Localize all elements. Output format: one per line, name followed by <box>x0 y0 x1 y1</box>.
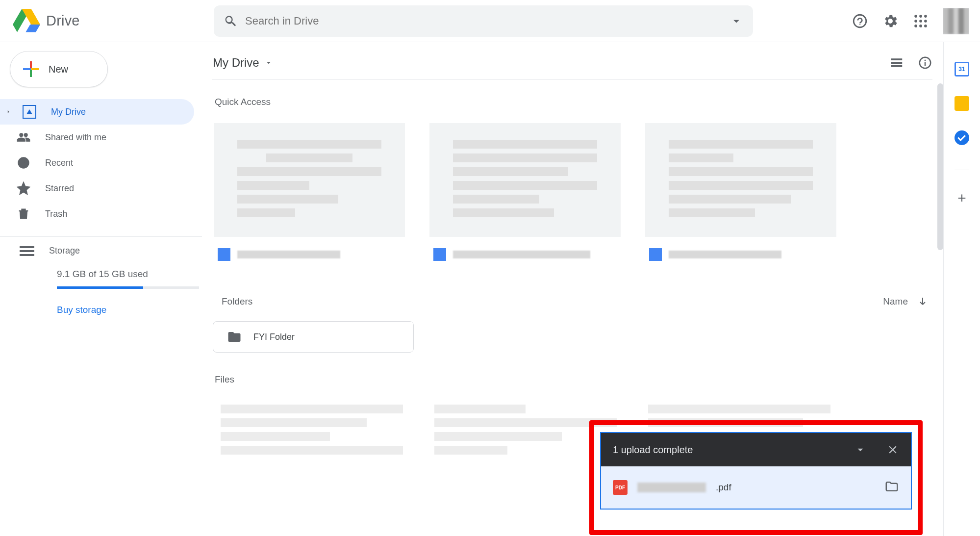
sort-control[interactable]: Name <box>883 296 929 307</box>
tasks-app-icon[interactable] <box>955 130 969 145</box>
nav-item-my-drive[interactable]: My Drive <box>0 99 194 125</box>
calendar-app-icon[interactable] <box>955 62 969 77</box>
toolbar: My Drive <box>208 42 932 77</box>
docs-icon <box>433 248 446 261</box>
divider <box>212 79 932 80</box>
sidebar: New My Drive Shared with me Recent Starr… <box>0 42 202 536</box>
quick-access-card[interactable] <box>641 119 840 271</box>
plus-icon <box>21 59 41 79</box>
side-panel: + <box>944 42 980 536</box>
svg-point-9 <box>914 25 917 27</box>
pdf-icon: PDF <box>613 480 628 495</box>
people-icon <box>17 130 30 144</box>
file-card[interactable] <box>214 398 410 461</box>
list-view-icon[interactable] <box>889 55 904 70</box>
quick-access-row <box>210 119 932 271</box>
svg-point-5 <box>924 15 927 18</box>
search-options-icon[interactable] <box>729 14 743 28</box>
docs-icon <box>649 248 662 261</box>
nav-label: Starred <box>45 183 74 194</box>
upload-toast-title: 1 upload complete <box>613 444 693 456</box>
nav-list: My Drive Shared with me Recent Starred T… <box>0 99 202 227</box>
help-icon[interactable] <box>852 13 868 29</box>
account-avatar[interactable] <box>943 8 969 34</box>
new-button[interactable]: New <box>10 51 108 87</box>
storage-quota-bar <box>57 286 199 289</box>
nav-item-trash[interactable]: Trash <box>0 201 194 227</box>
chevron-down-icon[interactable] <box>854 443 867 456</box>
nav-item-recent[interactable]: Recent <box>0 150 194 176</box>
file-extension: .pdf <box>716 482 731 493</box>
nav-label: Shared with me <box>45 132 106 143</box>
rail-divider <box>955 170 969 170</box>
annotation-highlight: 1 upload complete PDF .pdf <box>589 420 923 535</box>
add-addon-button[interactable]: + <box>957 190 966 206</box>
close-icon[interactable] <box>886 443 899 456</box>
svg-point-3 <box>914 15 917 18</box>
redacted-filename <box>637 483 706 492</box>
search-bar[interactable] <box>214 5 753 37</box>
folders-header-row: Folders Name <box>222 296 929 307</box>
chevron-down-icon <box>264 58 273 67</box>
card-thumbnail <box>429 123 621 237</box>
header-actions <box>852 8 969 34</box>
star-icon <box>17 181 30 195</box>
logo[interactable]: Drive <box>13 7 214 35</box>
nav-item-storage[interactable]: Storage <box>0 246 202 256</box>
apps-grid-icon[interactable] <box>912 13 929 29</box>
svg-point-14 <box>925 60 926 61</box>
folder-name: FYI Folder <box>253 332 295 342</box>
buy-storage-link[interactable]: Buy storage <box>0 305 202 315</box>
breadcrumb-current[interactable]: My Drive <box>208 56 273 70</box>
breadcrumb-label: My Drive <box>213 56 259 70</box>
quick-access-card[interactable] <box>426 119 625 271</box>
docs-icon <box>218 248 230 261</box>
scrollbar[interactable] <box>937 83 943 250</box>
redacted-title <box>453 251 590 258</box>
app-name: Drive <box>46 13 80 29</box>
svg-point-7 <box>919 20 922 23</box>
folder-icon <box>227 330 242 344</box>
drive-logo-icon <box>13 7 40 35</box>
nav-label: Trash <box>45 209 67 219</box>
upload-toast-header: 1 upload complete <box>601 433 911 466</box>
expand-caret-icon[interactable] <box>5 108 12 115</box>
section-heading-folders: Folders <box>222 296 252 307</box>
clock-icon <box>17 156 30 170</box>
redacted-title <box>669 251 781 258</box>
upload-toast: 1 upload complete PDF .pdf <box>600 432 912 510</box>
main-content: My Drive Quick Access <box>202 42 944 536</box>
storage-label: Storage <box>49 246 80 256</box>
quick-access-card[interactable] <box>210 119 409 271</box>
new-button-label: New <box>49 64 68 75</box>
keep-app-icon[interactable] <box>955 96 969 111</box>
drive-icon <box>23 105 36 119</box>
sort-label: Name <box>883 296 908 307</box>
nav-label: Recent <box>45 158 73 168</box>
svg-point-8 <box>924 20 927 23</box>
section-heading-files: Files <box>215 374 932 385</box>
sidebar-divider <box>0 236 202 237</box>
app-header: Drive <box>0 0 980 42</box>
section-heading-quick-access: Quick Access <box>215 97 932 107</box>
search-icon <box>224 14 237 28</box>
svg-point-6 <box>914 20 917 23</box>
trash-icon <box>17 207 30 221</box>
card-thumbnail <box>645 123 836 237</box>
nav-item-starred[interactable]: Starred <box>0 176 194 201</box>
locate-in-folder-button[interactable] <box>884 479 899 496</box>
svg-point-11 <box>924 25 927 27</box>
arrow-down-icon <box>917 296 929 307</box>
upload-toast-item[interactable]: PDF .pdf <box>601 466 911 509</box>
settings-gear-icon[interactable] <box>882 13 899 29</box>
svg-point-10 <box>919 25 922 27</box>
card-thumbnail <box>214 123 405 237</box>
redacted-title <box>237 251 340 258</box>
nav-item-shared[interactable]: Shared with me <box>0 125 194 150</box>
folder-item[interactable]: FYI Folder <box>213 321 414 353</box>
nav-label: My Drive <box>51 107 86 117</box>
info-icon[interactable] <box>918 55 932 70</box>
search-input[interactable] <box>245 15 729 27</box>
svg-rect-15 <box>925 62 926 66</box>
svg-point-4 <box>919 15 922 18</box>
